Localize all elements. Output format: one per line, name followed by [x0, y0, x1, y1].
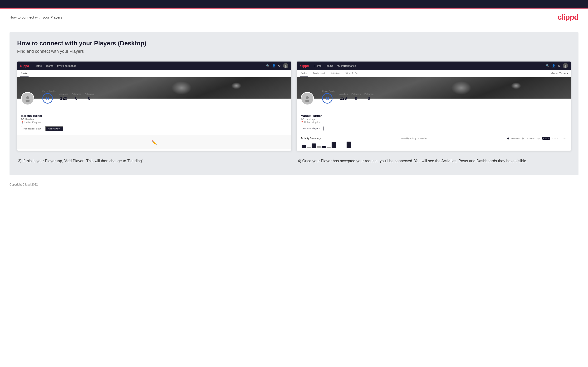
svg-point-2 — [26, 96, 29, 99]
bar-5-on — [342, 148, 346, 148]
legend: On course Off course — [507, 137, 535, 139]
tab-whattoon-2[interactable]: What To On — [345, 70, 359, 77]
player-location-1: 📍 United Kingdom — [21, 121, 287, 124]
svg-point-0 — [285, 65, 286, 66]
stat-activities-value-2: 129 — [339, 96, 348, 101]
stat-activities-label-2: Activities — [339, 93, 348, 95]
nav-avatar-2[interactable] — [563, 63, 568, 68]
mock-nav-home-2[interactable]: Home — [314, 64, 321, 67]
activity-chart — [301, 141, 567, 148]
clippd-logo: clippd — [558, 13, 579, 22]
mock-nav-performance-2[interactable]: My Performance — [337, 64, 356, 67]
mock-nav-performance-1[interactable]: My Performance — [57, 64, 76, 67]
mock-nav-logo-1: clippd — [20, 64, 29, 68]
screenshot-2: clippd Home Teams My Performance 🔍 👤 ⚙ — [297, 61, 571, 150]
stat-following-value-2: 0 — [364, 96, 373, 101]
stat-activities-1: Activities 129 — [60, 93, 68, 101]
stat-activities-2: Activities 129 — [339, 93, 348, 101]
player-handicap-2: 1-5 Handicap — [301, 118, 567, 121]
stat-followers-label-1: Followers — [72, 93, 81, 95]
remove-player-button[interactable]: Remove Player ✕ — [301, 126, 323, 131]
mock-bottom-1: ✏️ — [17, 135, 291, 150]
caption-text-1: 3) If this is your Player tap, 'Add Play… — [18, 158, 290, 164]
mock-tabs-2: Profile Dashboard Activities What To On … — [297, 70, 571, 77]
mock-nav-1: clippd Home Teams My Performance 🔍 👤 ⚙ — [17, 61, 291, 70]
period-1mth[interactable]: 1 mth — [560, 137, 567, 140]
caption-row: 3) If this is your Player tap, 'Add Play… — [17, 158, 571, 164]
quality-circle-1: 92 — [42, 93, 53, 104]
svg-point-5 — [564, 66, 567, 68]
stat-following-label-1: Following — [85, 93, 94, 95]
stat-activities-label-1: Activities — [60, 93, 68, 95]
bar-6-on — [346, 142, 351, 148]
bar-4-off — [337, 148, 341, 148]
user-label-2[interactable]: Marcus Turner ▾ — [551, 72, 568, 75]
bar-3-off — [327, 147, 331, 148]
stat-followers-value-2: 0 — [352, 96, 361, 101]
close-icon: ✕ — [319, 127, 321, 130]
mock-nav-teams-2[interactable]: Teams — [325, 64, 333, 67]
bar-1-on — [302, 145, 306, 148]
mock-nav-teams-1[interactable]: Teams — [46, 64, 53, 67]
avatar-wrap-2 — [301, 92, 314, 105]
bar-2-off — [317, 146, 321, 148]
search-icon-1[interactable]: 🔍 — [266, 64, 270, 67]
stat-activities-value-1: 129 — [60, 96, 68, 101]
mock-nav-icons-2: 🔍 👤 ⚙ — [546, 63, 568, 68]
mock-buttons-1: Request to Follow Add Player + — [21, 126, 287, 131]
bar-3-on — [322, 146, 326, 148]
activity-title: Activity Summary — [301, 137, 321, 140]
mock-profile-2: Player Quality 92 Activities 129 Followe… — [297, 99, 571, 135]
quality-circle-2: 92 — [322, 93, 333, 104]
nav-avatar-1[interactable] — [283, 63, 288, 68]
legend-oncourse-label: On course — [511, 137, 520, 139]
player-location-2: 📍 United Kingdom — [301, 121, 567, 124]
player-name-1: Marcus Turner — [21, 114, 287, 117]
legend-offcourse-dot — [522, 138, 524, 139]
settings-icon-1[interactable]: ⚙ — [278, 64, 281, 67]
svg-point-1 — [285, 66, 287, 68]
screenshot-1: clippd Home Teams My Performance 🔍 👤 ⚙ — [17, 61, 291, 150]
tab-profile-2[interactable]: Profile — [300, 70, 308, 77]
bar-1-off — [307, 147, 311, 148]
mock-tabs-1: Profile — [17, 70, 291, 77]
add-player-button[interactable]: Add Player + — [45, 126, 63, 131]
mock-stats-2: Player Quality 92 Activities 129 Followe… — [301, 90, 567, 104]
stat-quality-2: Player Quality 92 — [322, 90, 335, 104]
tab-dashboard-2[interactable]: Dashboard — [312, 70, 326, 77]
stat-following-1: Following 0 — [85, 93, 94, 101]
user-icon-2[interactable]: 👤 — [552, 64, 555, 67]
header-divider — [9, 26, 579, 26]
mock-activity-2: Activity Summary Monthly Activity · 6 Mo… — [297, 135, 571, 150]
player-name-2: Marcus Turner — [301, 114, 567, 117]
caption-item-1: 3) If this is your Player tap, 'Add Play… — [17, 158, 291, 164]
tab-profile-1[interactable]: Profile — [20, 70, 28, 77]
request-follow-button[interactable]: Request to Follow — [21, 126, 43, 131]
mock-buttons-2: Remove Player ✕ — [301, 126, 567, 131]
tab-activities-2[interactable]: Activities — [329, 70, 341, 77]
mock-nav-home-1[interactable]: Home — [35, 64, 42, 67]
page-header: How to connect with your Players clippd — [0, 8, 588, 26]
stat-quality-1: Player Quality 92 — [42, 90, 56, 104]
location-pin-icon-2: 📍 — [301, 121, 303, 124]
period-6mths[interactable]: 6 mths — [542, 137, 550, 140]
screenshots-row: clippd Home Teams My Performance 🔍 👤 ⚙ — [17, 61, 571, 150]
svg-point-7 — [305, 100, 310, 102]
avatar-1 — [21, 92, 34, 105]
main-content: How to connect with your Players (Deskto… — [9, 32, 579, 175]
mock-nav-2: clippd Home Teams My Performance 🔍 👤 ⚙ — [297, 61, 571, 70]
mock-nav-logo-2: clippd — [300, 64, 309, 68]
copyright-text: Copyright Clippd 2022 — [9, 183, 38, 186]
page-header-title: How to connect with your Players — [9, 15, 62, 19]
avatar-2 — [301, 92, 314, 105]
activity-header: Activity Summary Monthly Activity · 6 Mo… — [301, 137, 567, 140]
stat-quality-label-1: Player Quality — [42, 90, 56, 92]
settings-icon-2[interactable]: ⚙ — [558, 64, 560, 67]
period-1yr[interactable]: 1 yr — [536, 137, 541, 140]
activity-controls: On course Off course 1 yr 6 mths 3 mths … — [507, 137, 567, 140]
period-3mths[interactable]: 3 mths — [551, 137, 559, 140]
user-icon-1[interactable]: 👤 — [272, 64, 276, 67]
search-icon-2[interactable]: 🔍 — [546, 64, 549, 67]
svg-point-3 — [26, 100, 30, 102]
bar-2-on — [311, 143, 316, 148]
